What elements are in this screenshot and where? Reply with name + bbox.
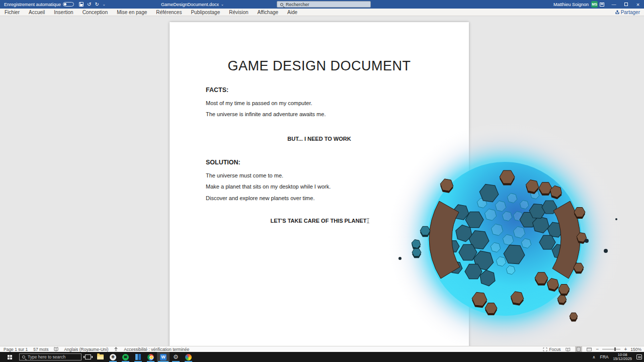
autosave-label: Enregistrement automatique bbox=[4, 2, 61, 7]
status-left: Page 1 sur 1 57 mots Anglais (Royaume-Un… bbox=[0, 347, 189, 352]
web-layout-button[interactable] bbox=[586, 346, 593, 352]
taskbar-search-input[interactable]: Type here to search bbox=[19, 353, 82, 360]
word-count[interactable]: 57 mots bbox=[33, 347, 48, 352]
facts-paragraph-2[interactable]: The universe is infinite and adventure a… bbox=[206, 111, 326, 117]
menu-tab-revision[interactable]: Révision bbox=[224, 9, 253, 16]
zoom-out-button[interactable]: − bbox=[596, 346, 599, 352]
web-layout-icon bbox=[587, 347, 592, 351]
ribbon-tab-bar: Fichier Accueil Insertion Conception Mis… bbox=[0, 9, 644, 16]
search-placeholder: Rechercher bbox=[286, 2, 309, 7]
close-button[interactable]: × bbox=[632, 0, 644, 9]
account-area[interactable]: Matthieu Soignon MS bbox=[553, 0, 598, 9]
save-icon[interactable] bbox=[79, 2, 84, 7]
closing-label: LET’S TAKE CARE OF THIS PLANET bbox=[270, 218, 366, 224]
zoom-slider-thumb[interactable] bbox=[614, 347, 616, 351]
zoom-in-button[interactable]: + bbox=[624, 346, 627, 352]
menu-tab-fichier[interactable]: Fichier bbox=[0, 9, 24, 16]
menu-tab-references[interactable]: Références bbox=[151, 9, 186, 16]
print-layout-icon bbox=[577, 347, 581, 351]
blue-panels-app-button[interactable] bbox=[132, 352, 144, 362]
window-controls: — × bbox=[596, 0, 644, 9]
autosave-toggle[interactable] bbox=[63, 2, 74, 7]
proofing-icon[interactable] bbox=[54, 347, 58, 351]
facts-paragraph-1[interactable]: Most of my time is passed on my computer… bbox=[206, 100, 312, 106]
status-right: Focus − + 150% bbox=[543, 346, 641, 352]
language-switcher[interactable]: FRA bbox=[600, 354, 608, 359]
menu-tab-insertion[interactable]: Insertion bbox=[49, 9, 77, 16]
chrome-button[interactable] bbox=[144, 352, 157, 362]
menu-tab-conception[interactable]: Conception bbox=[78, 9, 113, 16]
blue-panels-app-icon bbox=[135, 354, 141, 360]
share-icon bbox=[615, 10, 619, 15]
print-layout-button[interactable] bbox=[575, 346, 582, 352]
windows-taskbar: Type here to search ❋ ≋ W ⚙ ∧ FRA 10:08 … bbox=[0, 352, 644, 362]
desktop-screen: Enregistrement automatique ↺ ↻ ⌄ GameDes… bbox=[0, 0, 644, 362]
focus-mode-button[interactable]: Focus bbox=[543, 347, 560, 352]
task-view-button[interactable] bbox=[82, 352, 94, 362]
toggle-knob bbox=[64, 3, 66, 6]
word-status-bar: Page 1 sur 1 57 mots Anglais (Royaume-Un… bbox=[0, 346, 644, 352]
menu-tab-mise-en-page[interactable]: Mise en page bbox=[112, 9, 151, 16]
gear-app-button[interactable]: ⚙ bbox=[170, 352, 182, 362]
accessibility-status[interactable]: Accessibilité : vérification terminée bbox=[124, 347, 189, 352]
spotify-button[interactable]: ≋ bbox=[119, 352, 132, 362]
focus-icon bbox=[543, 347, 547, 351]
word-button[interactable]: W bbox=[157, 352, 170, 362]
document-title[interactable]: GameDesignDocument.docx ⌄ bbox=[161, 0, 224, 9]
menu-tab-accueil[interactable]: Accueil bbox=[24, 9, 49, 16]
ribbon-display-icon bbox=[600, 3, 604, 7]
gear-icon: ⚙ bbox=[173, 354, 179, 360]
solution-paragraph-2[interactable]: Make a planet that sits on my desktop wh… bbox=[206, 184, 331, 190]
text-cursor bbox=[368, 218, 368, 223]
menu-tab-aide[interactable]: Aide bbox=[283, 9, 302, 16]
task-view-icon bbox=[85, 354, 91, 359]
zoom-percentage[interactable]: 150% bbox=[630, 347, 641, 352]
windows-logo-icon bbox=[8, 355, 12, 359]
action-center-button[interactable] bbox=[636, 354, 642, 359]
quick-access-toolbar: ↺ ↻ ⌄ bbox=[79, 2, 106, 7]
autosave-control[interactable]: Enregistrement automatique bbox=[0, 2, 74, 7]
undo-icon[interactable]: ↺ bbox=[87, 2, 91, 7]
color-wheel-app-button[interactable] bbox=[182, 352, 195, 362]
file-explorer-button[interactable] bbox=[94, 352, 107, 362]
solution-paragraph-3[interactable]: Discover and explore new planets over ti… bbox=[206, 195, 314, 201]
word-icon: W bbox=[160, 354, 167, 360]
facts-heading[interactable]: FACTS: bbox=[206, 86, 228, 94]
focus-label: Focus bbox=[549, 347, 560, 352]
share-label: Partager bbox=[621, 10, 640, 15]
menu-tab-publipostage[interactable]: Publipostage bbox=[186, 9, 224, 16]
start-button[interactable] bbox=[0, 352, 19, 362]
read-mode-icon bbox=[566, 347, 571, 351]
chevron-down-icon: ⌄ bbox=[221, 3, 224, 7]
customize-qat-icon[interactable]: ⌄ bbox=[103, 3, 106, 7]
solution-paragraph-1[interactable]: The universe must come to me. bbox=[206, 172, 283, 178]
chatgpt-icon: ❋ bbox=[110, 354, 116, 360]
redo-icon[interactable]: ↻ bbox=[95, 2, 99, 7]
share-button[interactable]: Partager bbox=[615, 9, 640, 16]
tray-date: 15/12/2025 bbox=[613, 356, 632, 361]
minimize-button[interactable]: — bbox=[608, 0, 620, 9]
document-name-label: GameDesignDocument.docx bbox=[161, 2, 219, 7]
word-search-box[interactable]: Rechercher bbox=[277, 1, 371, 8]
language-indicator[interactable]: Anglais (Royaume-Uni) bbox=[64, 347, 108, 352]
planet-graphic bbox=[381, 119, 643, 346]
color-wheel-icon bbox=[185, 354, 192, 360]
chrome-icon bbox=[147, 354, 154, 360]
ribbon-display-options-button[interactable] bbox=[596, 0, 608, 9]
user-name: Matthieu Soignon bbox=[553, 2, 589, 7]
chatgpt-button[interactable]: ❋ bbox=[107, 352, 119, 362]
show-hidden-icons-button[interactable]: ∧ bbox=[593, 355, 596, 359]
taskbar-clock[interactable]: 10:08 15/12/2025 bbox=[613, 353, 632, 361]
solution-heading[interactable]: SOLUTION: bbox=[206, 159, 240, 166]
zoom-slider[interactable] bbox=[602, 349, 620, 349]
search-icon bbox=[22, 355, 25, 358]
doc-title-text[interactable]: GAME DESIGN DOCUMENT bbox=[170, 58, 469, 74]
system-tray: ∧ FRA 10:08 15/12/2025 bbox=[593, 352, 642, 362]
page-indicator[interactable]: Page 1 sur 1 bbox=[4, 347, 28, 352]
word-title-bar: Enregistrement automatique ↺ ↻ ⌄ GameDes… bbox=[0, 0, 644, 9]
document-canvas: GAME DESIGN DOCUMENT FACTS: Most of my t… bbox=[0, 16, 644, 346]
planet-widget[interactable] bbox=[381, 119, 643, 346]
restore-button[interactable] bbox=[620, 0, 632, 9]
menu-tab-affichage[interactable]: Affichage bbox=[253, 9, 283, 16]
read-mode-button[interactable] bbox=[565, 346, 572, 352]
